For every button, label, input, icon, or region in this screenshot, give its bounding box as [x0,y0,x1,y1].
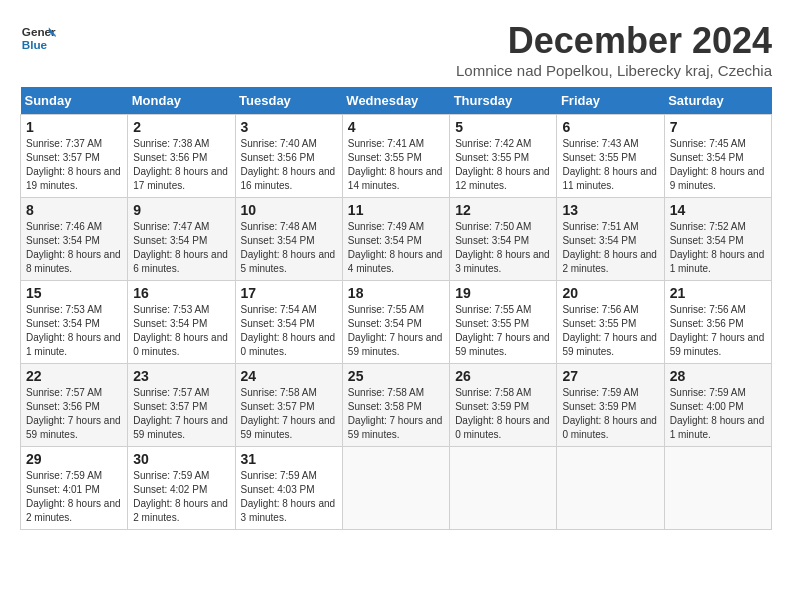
col-monday: Monday [128,87,235,115]
day-info: Sunrise: 7:59 AMSunset: 4:03 PMDaylight:… [241,469,337,525]
day-info: Sunrise: 7:58 AMSunset: 3:57 PMDaylight:… [241,386,337,442]
table-row: 31Sunrise: 7:59 AMSunset: 4:03 PMDayligh… [235,447,342,530]
day-info: Sunrise: 7:47 AMSunset: 3:54 PMDaylight:… [133,220,229,276]
table-row: 28Sunrise: 7:59 AMSunset: 4:00 PMDayligh… [664,364,771,447]
table-row: 11Sunrise: 7:49 AMSunset: 3:54 PMDayligh… [342,198,449,281]
day-number: 13 [562,202,658,218]
table-row: 21Sunrise: 7:56 AMSunset: 3:56 PMDayligh… [664,281,771,364]
calendar-week-row: 15Sunrise: 7:53 AMSunset: 3:54 PMDayligh… [21,281,772,364]
day-info: Sunrise: 7:40 AMSunset: 3:56 PMDaylight:… [241,137,337,193]
day-info: Sunrise: 7:59 AMSunset: 3:59 PMDaylight:… [562,386,658,442]
day-number: 17 [241,285,337,301]
table-row: 6Sunrise: 7:43 AMSunset: 3:55 PMDaylight… [557,115,664,198]
day-number: 23 [133,368,229,384]
table-row: 3Sunrise: 7:40 AMSunset: 3:56 PMDaylight… [235,115,342,198]
table-row [342,447,449,530]
calendar-header-row: Sunday Monday Tuesday Wednesday Thursday… [21,87,772,115]
day-info: Sunrise: 7:52 AMSunset: 3:54 PMDaylight:… [670,220,766,276]
logo-icon: General Blue [20,20,56,56]
calendar-week-row: 8Sunrise: 7:46 AMSunset: 3:54 PMDaylight… [21,198,772,281]
day-number: 22 [26,368,122,384]
col-wednesday: Wednesday [342,87,449,115]
day-info: Sunrise: 7:48 AMSunset: 3:54 PMDaylight:… [241,220,337,276]
table-row: 27Sunrise: 7:59 AMSunset: 3:59 PMDayligh… [557,364,664,447]
day-number: 5 [455,119,551,135]
location: Lomnice nad Popelkou, Liberecky kraj, Cz… [456,62,772,79]
day-info: Sunrise: 7:50 AMSunset: 3:54 PMDaylight:… [455,220,551,276]
table-row: 24Sunrise: 7:58 AMSunset: 3:57 PMDayligh… [235,364,342,447]
col-tuesday: Tuesday [235,87,342,115]
day-number: 1 [26,119,122,135]
day-info: Sunrise: 7:59 AMSunset: 4:02 PMDaylight:… [133,469,229,525]
day-number: 27 [562,368,658,384]
day-info: Sunrise: 7:59 AMSunset: 4:00 PMDaylight:… [670,386,766,442]
day-number: 20 [562,285,658,301]
day-number: 26 [455,368,551,384]
day-number: 18 [348,285,444,301]
day-info: Sunrise: 7:57 AMSunset: 3:57 PMDaylight:… [133,386,229,442]
day-info: Sunrise: 7:58 AMSunset: 3:59 PMDaylight:… [455,386,551,442]
calendar-week-row: 29Sunrise: 7:59 AMSunset: 4:01 PMDayligh… [21,447,772,530]
day-number: 24 [241,368,337,384]
day-number: 2 [133,119,229,135]
table-row: 20Sunrise: 7:56 AMSunset: 3:55 PMDayligh… [557,281,664,364]
table-row: 8Sunrise: 7:46 AMSunset: 3:54 PMDaylight… [21,198,128,281]
table-row: 29Sunrise: 7:59 AMSunset: 4:01 PMDayligh… [21,447,128,530]
day-number: 28 [670,368,766,384]
day-info: Sunrise: 7:49 AMSunset: 3:54 PMDaylight:… [348,220,444,276]
logo: General Blue [20,20,56,56]
table-row: 14Sunrise: 7:52 AMSunset: 3:54 PMDayligh… [664,198,771,281]
day-info: Sunrise: 7:37 AMSunset: 3:57 PMDaylight:… [26,137,122,193]
table-row: 25Sunrise: 7:58 AMSunset: 3:58 PMDayligh… [342,364,449,447]
table-row: 23Sunrise: 7:57 AMSunset: 3:57 PMDayligh… [128,364,235,447]
table-row: 26Sunrise: 7:58 AMSunset: 3:59 PMDayligh… [450,364,557,447]
day-number: 11 [348,202,444,218]
calendar-week-row: 1Sunrise: 7:37 AMSunset: 3:57 PMDaylight… [21,115,772,198]
table-row: 10Sunrise: 7:48 AMSunset: 3:54 PMDayligh… [235,198,342,281]
day-number: 19 [455,285,551,301]
day-number: 9 [133,202,229,218]
day-info: Sunrise: 7:45 AMSunset: 3:54 PMDaylight:… [670,137,766,193]
day-info: Sunrise: 7:53 AMSunset: 3:54 PMDaylight:… [133,303,229,359]
day-info: Sunrise: 7:54 AMSunset: 3:54 PMDaylight:… [241,303,337,359]
day-info: Sunrise: 7:57 AMSunset: 3:56 PMDaylight:… [26,386,122,442]
table-row: 15Sunrise: 7:53 AMSunset: 3:54 PMDayligh… [21,281,128,364]
table-row: 16Sunrise: 7:53 AMSunset: 3:54 PMDayligh… [128,281,235,364]
table-row: 2Sunrise: 7:38 AMSunset: 3:56 PMDaylight… [128,115,235,198]
table-row [664,447,771,530]
day-number: 8 [26,202,122,218]
day-number: 10 [241,202,337,218]
day-number: 15 [26,285,122,301]
title-section: December 2024 Lomnice nad Popelkou, Libe… [456,20,772,79]
day-info: Sunrise: 7:59 AMSunset: 4:01 PMDaylight:… [26,469,122,525]
day-info: Sunrise: 7:43 AMSunset: 3:55 PMDaylight:… [562,137,658,193]
calendar-table: Sunday Monday Tuesday Wednesday Thursday… [20,87,772,530]
col-saturday: Saturday [664,87,771,115]
day-number: 31 [241,451,337,467]
day-number: 29 [26,451,122,467]
table-row: 7Sunrise: 7:45 AMSunset: 3:54 PMDaylight… [664,115,771,198]
day-number: 3 [241,119,337,135]
table-row: 12Sunrise: 7:50 AMSunset: 3:54 PMDayligh… [450,198,557,281]
table-row: 17Sunrise: 7:54 AMSunset: 3:54 PMDayligh… [235,281,342,364]
day-info: Sunrise: 7:53 AMSunset: 3:54 PMDaylight:… [26,303,122,359]
table-row: 18Sunrise: 7:55 AMSunset: 3:54 PMDayligh… [342,281,449,364]
day-number: 14 [670,202,766,218]
table-row: 5Sunrise: 7:42 AMSunset: 3:55 PMDaylight… [450,115,557,198]
day-number: 25 [348,368,444,384]
table-row: 13Sunrise: 7:51 AMSunset: 3:54 PMDayligh… [557,198,664,281]
day-info: Sunrise: 7:42 AMSunset: 3:55 PMDaylight:… [455,137,551,193]
day-info: Sunrise: 7:56 AMSunset: 3:56 PMDaylight:… [670,303,766,359]
table-row: 22Sunrise: 7:57 AMSunset: 3:56 PMDayligh… [21,364,128,447]
table-row: 30Sunrise: 7:59 AMSunset: 4:02 PMDayligh… [128,447,235,530]
day-info: Sunrise: 7:38 AMSunset: 3:56 PMDaylight:… [133,137,229,193]
col-sunday: Sunday [21,87,128,115]
day-info: Sunrise: 7:56 AMSunset: 3:55 PMDaylight:… [562,303,658,359]
calendar-week-row: 22Sunrise: 7:57 AMSunset: 3:56 PMDayligh… [21,364,772,447]
day-number: 12 [455,202,551,218]
table-row [450,447,557,530]
day-info: Sunrise: 7:58 AMSunset: 3:58 PMDaylight:… [348,386,444,442]
col-thursday: Thursday [450,87,557,115]
month-title: December 2024 [456,20,772,62]
day-number: 6 [562,119,658,135]
